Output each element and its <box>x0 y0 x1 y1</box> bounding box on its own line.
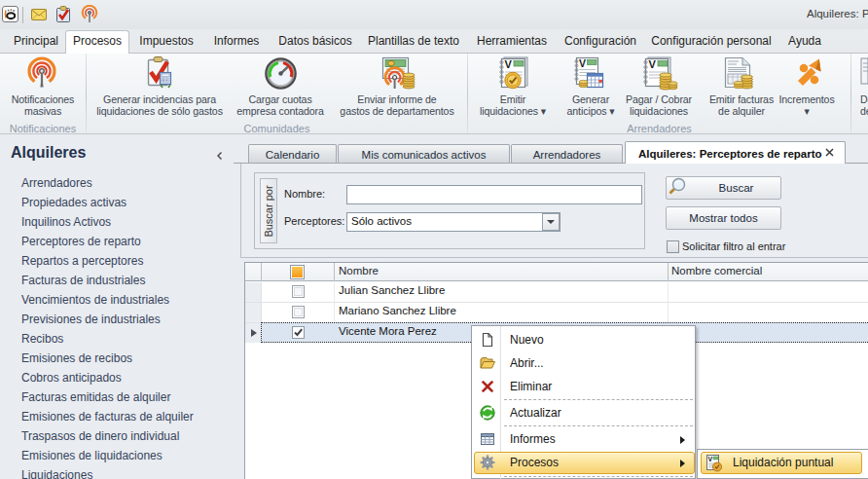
svg-text:V: V <box>708 456 713 462</box>
